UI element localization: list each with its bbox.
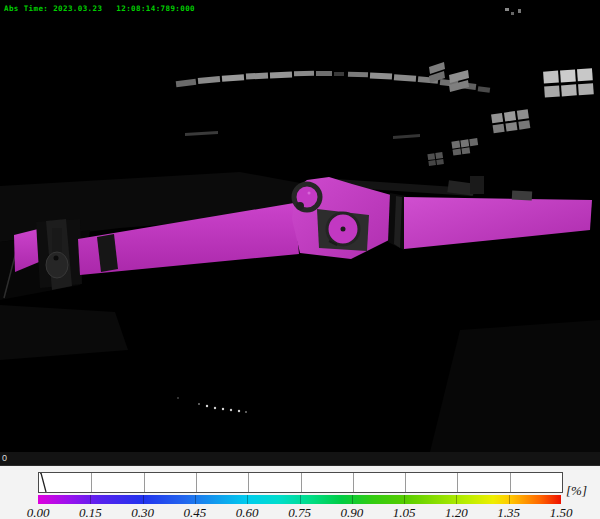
scene-view: Abs Time: 2023.03.2312:08:14:789:000 [0, 0, 600, 452]
unit-label: [%] [566, 483, 587, 499]
histogram-gridline [91, 473, 92, 492]
colorbar-notch [352, 495, 353, 504]
timestamp-overlay: Abs Time: 2023.03.2312:08:14:789:000 [4, 4, 195, 13]
colorbar-notch [90, 495, 91, 504]
histogram-gridline [301, 473, 302, 492]
time-value: 12:08:14:789:000 [116, 4, 195, 13]
histogram-count-label: 0 [2, 453, 7, 463]
histogram-box [38, 472, 563, 493]
abs-time-label: Abs Time: 2023.03.23 [4, 4, 102, 13]
colorbar-tick-label: 0.00 [16, 505, 60, 519]
histogram-gridline [405, 473, 406, 492]
histogram-gridline [510, 473, 511, 492]
colorbar-tick-label: 1.05 [382, 505, 426, 519]
colorbar-tick-label: 0.75 [278, 505, 322, 519]
colorbar-tick-label: 0.45 [173, 505, 217, 519]
colorbar-tick-label: 1.35 [487, 505, 531, 519]
hub-bearing-large [317, 209, 369, 251]
colorbar-notch [509, 495, 510, 504]
colorbar-tick-label: 0.90 [330, 505, 374, 519]
colorbar-tick-label: 0.30 [121, 505, 165, 519]
colorbar-notch [404, 495, 405, 504]
hub-bearing-small [294, 184, 320, 210]
histogram-count-strip: 0 [0, 452, 600, 466]
histogram-gridline [353, 473, 354, 492]
colorbar-notch [143, 495, 144, 504]
scene-image [0, 0, 600, 452]
colorbar-tick-label: 0.60 [225, 505, 269, 519]
colorbar-tick-label: 1.20 [434, 505, 478, 519]
colorbar-notch [195, 495, 196, 504]
colorbar-notch [300, 495, 301, 504]
colorbar-tick-label: 0.15 [68, 505, 112, 519]
histogram-gridline [196, 473, 197, 492]
colorbar-tick-label: 1.50 [539, 505, 583, 519]
histogram-gridline [457, 473, 458, 492]
measurement-viewer-window: Abs Time: 2023.03.2312:08:14:789:000 0 0… [0, 0, 600, 519]
colorbar-notch [247, 495, 248, 504]
histogram-gridline [144, 473, 145, 492]
colorbar [38, 495, 561, 504]
histogram-panel: 0.000.150.300.450.600.750.901.051.201.35… [0, 466, 600, 519]
colorbar-notch [456, 495, 457, 504]
histogram-gridline [248, 473, 249, 492]
